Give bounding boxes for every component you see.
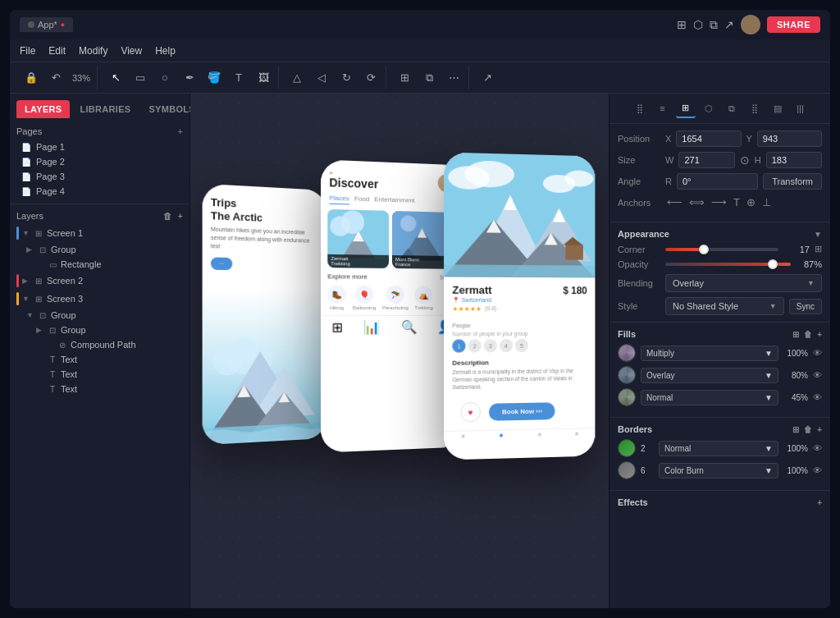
people-5[interactable]: 5 (515, 338, 528, 351)
select-tool[interactable]: ↖ (104, 66, 127, 89)
anchor-bottom-icon[interactable]: ⊥ (760, 195, 773, 210)
fill-swatch-1[interactable] (618, 344, 636, 362)
fill-blend-2[interactable]: Overlay ▼ (641, 368, 778, 383)
transform-button[interactable]: Transform (763, 173, 822, 190)
wishlist-button[interactable]: ♥ (461, 402, 481, 423)
fill-swatch-2[interactable] (618, 366, 636, 384)
toolbar-icon-1[interactable]: ⊞ (677, 18, 687, 31)
panel-tool-6[interactable]: ⣿ (745, 98, 765, 118)
expand-group3[interactable]: ▶ (36, 326, 44, 334)
borders-delete-icon[interactable]: 🗑 (804, 425, 812, 434)
toolbar-icon-2[interactable]: ⬡ (693, 18, 703, 31)
tab-places[interactable]: Places (329, 194, 349, 204)
paintbucket-tool[interactable]: 🪣 (203, 66, 226, 89)
expand-screen1[interactable]: ▼ (22, 229, 30, 237)
phone-left-cta[interactable]: ··· (211, 256, 232, 269)
sync-button[interactable]: Sync (789, 299, 822, 314)
corner-options-icon[interactable]: ⊞ (815, 244, 822, 254)
panel-tool-3[interactable]: ⊞ (676, 98, 696, 118)
appearance-expand-icon[interactable]: ▼ (814, 230, 822, 239)
fills-options-icon[interactable]: ⊞ (792, 330, 799, 339)
add-layer-icon[interactable]: + (178, 211, 183, 221)
arrow-tool[interactable]: ◁ (310, 66, 333, 89)
canvas-area[interactable]: Trips The Arctic Mountain hikes give you… (190, 94, 609, 608)
panel-tool-7[interactable]: ▤ (768, 98, 788, 118)
page-item-4[interactable]: 📄 Page 4 (16, 184, 183, 199)
toolbar-icon-3[interactable]: ⧉ (710, 18, 718, 32)
page-item-3[interactable]: 📄 Page 3 (16, 169, 183, 184)
menu-file[interactable]: File (20, 45, 35, 57)
ellipse-tool[interactable]: ○ (153, 66, 176, 89)
phone-center[interactable]: ≡ Discover Places Food Entertainment (321, 159, 463, 452)
anchor-vcenter-icon[interactable]: ⊕ (745, 195, 757, 210)
activity-parachuting[interactable]: 🪂 Parachuting (382, 285, 409, 309)
page-item-1[interactable]: 📄 Page 1 (16, 140, 183, 154)
effects-add-icon[interactable]: + (817, 498, 822, 507)
book-button[interactable]: Book Now ››› (489, 402, 555, 421)
activity-hiking[interactable]: 🥾 Hiking (327, 285, 345, 310)
tab-layers[interactable]: LAYERS (16, 100, 70, 118)
opacity-thumb[interactable] (768, 259, 778, 269)
border-eye-2[interactable]: 👁 (813, 465, 822, 475)
delete-layer-icon[interactable]: 🗑 (163, 211, 172, 221)
layer-group2[interactable]: ▼ ⊡ Group (10, 308, 189, 323)
card-2[interactable]: Mont BlancFrance (392, 210, 451, 268)
tab-entertainment[interactable]: Entertainment (374, 195, 414, 206)
borders-options-icon[interactable]: ⊞ (792, 425, 799, 434)
fills-delete-icon[interactable]: 🗑 (804, 330, 812, 339)
layer-screen2[interactable]: ▶ ⊞ Screen 2 (10, 272, 189, 290)
panel-tool-1[interactable]: ⣿ (630, 98, 650, 118)
panel-tool-2[interactable]: ≡ (653, 98, 673, 118)
nav-icon-3[interactable]: 🔍 (401, 318, 418, 334)
share-button[interactable]: SHARE (767, 16, 820, 33)
people-3[interactable]: 3 (484, 339, 497, 352)
h-input[interactable] (766, 152, 822, 168)
border-blend-2[interactable]: Color Burn ▼ (659, 463, 778, 478)
pen-tool[interactable]: ✒ (178, 66, 201, 89)
r-input[interactable] (677, 173, 758, 190)
rotate-tool[interactable]: ↻ (335, 66, 358, 89)
people-4[interactable]: 4 (500, 339, 513, 352)
corner-slider[interactable] (665, 248, 778, 251)
corner-thumb[interactable] (699, 245, 709, 254)
anchor-center-icon[interactable]: ⟺ (687, 195, 706, 210)
phone-left[interactable]: Trips The Arctic Mountain hikes give you… (203, 183, 327, 445)
layer-rect[interactable]: ▭ Rectangle (10, 257, 189, 272)
grid-tool[interactable]: ⊞ (393, 66, 416, 89)
rect-tool[interactable]: ▭ (129, 66, 152, 89)
toolbar-icon-4[interactable]: ↗ (724, 18, 734, 31)
people-2[interactable]: 2 (468, 339, 482, 352)
fill-eye-1[interactable]: 👁 (813, 348, 822, 358)
flip-tool[interactable]: ⟳ (359, 66, 382, 89)
x-input[interactable] (676, 130, 741, 147)
activity-ballooning[interactable]: 🎈 Ballooning (353, 285, 376, 309)
border-blend-1[interactable]: Normal ▼ (659, 441, 778, 456)
expand-screen3[interactable]: ▼ (22, 295, 30, 303)
layer-group1[interactable]: ▶ ⊡ Group (10, 242, 189, 257)
style-dropdown[interactable]: No Shared Style ▼ (665, 297, 784, 315)
layer-text2[interactable]: T Text (10, 367, 189, 382)
layer-text1[interactable]: T Text (10, 352, 189, 367)
anchor-right-icon[interactable]: ⟶ (710, 195, 728, 210)
text-tool[interactable]: T (227, 66, 250, 89)
menu-view[interactable]: View (121, 45, 142, 57)
expand-group1[interactable]: ▶ (26, 245, 34, 254)
fills-add-icon[interactable]: + (817, 330, 822, 339)
panel-tool-8[interactable]: ||| (791, 98, 810, 118)
fill-eye-3[interactable]: 👁 (813, 392, 822, 402)
layer-group3[interactable]: ▶ ⊡ Group (10, 323, 189, 337)
layer-screen3[interactable]: ▼ ⊞ Screen 3 (10, 290, 189, 308)
export-tool[interactable]: ↗ (476, 66, 499, 89)
panel-tool-4[interactable]: ⬡ (699, 98, 719, 118)
people-1[interactable]: 1 (452, 339, 465, 352)
menu-modify[interactable]: Modify (79, 45, 107, 57)
layer-screen1[interactable]: ▼ ⊞ Screen 1 (10, 224, 189, 242)
activity-trekking[interactable]: ⛺ Trekking (415, 286, 433, 310)
anchor-top-icon[interactable]: T (732, 195, 742, 210)
copy-tool[interactable]: ⧉ (418, 66, 441, 89)
triangle-tool[interactable]: △ (285, 66, 308, 89)
nav-icon-1[interactable]: ⊞ (331, 319, 342, 335)
border-swatch-2[interactable] (618, 461, 636, 479)
tab-food[interactable]: Food (354, 195, 369, 205)
layer-compound[interactable]: ⊘ Compound Path (10, 337, 189, 352)
